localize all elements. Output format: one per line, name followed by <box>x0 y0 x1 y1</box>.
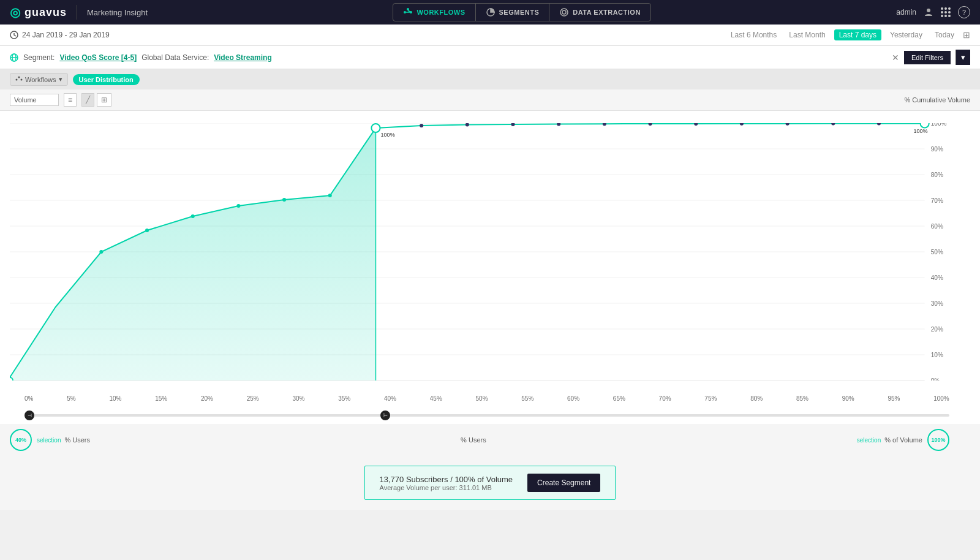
x-label-50: 50% <box>476 395 488 402</box>
edit-filters-button[interactable]: Edit Filters <box>904 51 951 64</box>
chart-filled-area <box>10 128 375 380</box>
svg-point-1 <box>407 8 409 10</box>
table-view-icon[interactable]: ⊞ <box>963 30 970 40</box>
grid-dots-icon[interactable] <box>941 7 951 17</box>
chart-svg: 100% 90% 80% 70% 60% 50% 40% 30% 20% 10%… <box>10 123 949 380</box>
data-point-10 <box>557 123 560 126</box>
data-point-8 <box>466 123 469 127</box>
selected-100-label: 100% <box>381 132 395 138</box>
clock-icon <box>10 31 18 39</box>
y-label-0: 0% <box>931 377 940 380</box>
app-title: Marketing Insight <box>87 8 148 17</box>
data-extraction-label: DATA EXTRACTION <box>573 9 641 16</box>
data-point-16 <box>831 123 835 126</box>
svg-point-0 <box>404 11 406 13</box>
help-label: ? <box>962 9 966 16</box>
workflows-breadcrumb-icon <box>15 76 23 83</box>
date-info: 24 Jan 2019 - 29 Jan 2019 <box>10 31 110 39</box>
end-100-label: 100% <box>913 128 927 134</box>
global-value: Video Streaming <box>214 53 271 62</box>
left-selection-info: selection % Users <box>37 436 90 444</box>
svg-point-6 <box>560 9 568 16</box>
user-distribution-label: User Distribution <box>79 76 134 83</box>
data-point-15 <box>786 123 790 126</box>
volume-select[interactable]: Volume <box>10 94 59 106</box>
breadcrumb-bar: Workflows ▾ User Distribution <box>0 69 980 89</box>
data-point-17 <box>877 123 881 126</box>
filter-icon-button[interactable]: ≡ <box>64 93 77 107</box>
data-point-selected[interactable] <box>371 124 380 132</box>
x-label-60: 60% <box>567 395 579 402</box>
create-segment-button[interactable]: Create Segment <box>527 474 600 492</box>
workflows-breadcrumb[interactable]: Workflows ▾ <box>10 73 68 86</box>
nav-tabs: WORKFLOWS SEGMENTS DATA EXTRACTION <box>393 3 650 21</box>
nav-tab-workflows[interactable]: WORKFLOWS <box>393 4 475 21</box>
logo-text: guavus <box>24 6 67 19</box>
data-extraction-icon <box>559 7 569 17</box>
svg-point-13 <box>16 78 18 80</box>
admin-icon <box>924 7 933 17</box>
filter-last-month[interactable]: Last Month <box>785 29 829 40</box>
nav-right: admin ? <box>896 6 970 18</box>
data-point-5 <box>282 198 286 202</box>
data-point-6 <box>328 194 332 197</box>
cumulative-volume-label: % Cumulative Volume <box>904 96 970 104</box>
date-bar: 24 Jan 2019 - 29 Jan 2019 Last 6 Months … <box>0 25 980 46</box>
y-label-60: 60% <box>931 223 943 230</box>
summary-box: 13,770 Subscribers / 100% of Volume Aver… <box>364 466 616 500</box>
left-selection-circle: 40% <box>10 429 32 451</box>
summary-subscribers: 13,770 Subscribers / 100% of Volume <box>380 475 513 484</box>
edit-filters-dropdown[interactable]: ▾ <box>956 50 970 65</box>
segment-close-button[interactable]: ✕ <box>892 53 899 62</box>
x-label-70: 70% <box>659 395 671 402</box>
y-label-20: 20% <box>931 326 943 333</box>
workflows-label: WORKFLOWS <box>417 9 465 16</box>
right-pct: 100% <box>931 437 945 443</box>
data-point-13 <box>694 123 698 126</box>
top-navigation: ◎ guavus Marketing Insight WORKFLOWS SEG… <box>0 0 980 25</box>
nav-tab-segments[interactable]: SEGMENTS <box>476 4 550 21</box>
x-label-30: 30% <box>292 395 304 402</box>
controls-bar: Volume ≡ ╱ ⊞ % Cumulative Volume <box>0 89 980 111</box>
x-axis-title: % Users <box>461 436 486 444</box>
y-label-90: 90% <box>931 146 943 153</box>
workflows-breadcrumb-label: Workflows <box>25 76 56 83</box>
slider-handle-right[interactable]: ⊢ <box>380 411 390 420</box>
y-label-70: 70% <box>931 197 943 204</box>
slider-handle-left[interactable]: ⊣ <box>24 411 34 420</box>
user-distribution-tab[interactable]: User Distribution <box>73 74 140 85</box>
grid-view-button[interactable]: ⊞ <box>97 93 111 107</box>
line-view-button[interactable]: ╱ <box>81 93 94 107</box>
segments-label: SEGMENTS <box>499 9 540 16</box>
global-label: Global Data Service: <box>141 53 209 62</box>
x-label-45: 45% <box>430 395 442 402</box>
x-label-10: 10% <box>109 395 121 402</box>
data-point-7 <box>420 124 423 127</box>
x-label-35: 35% <box>338 395 350 402</box>
x-label-0: 0% <box>24 395 33 402</box>
right-selection-info: selection % of Volume <box>857 436 922 444</box>
data-point-14 <box>740 123 744 126</box>
slider-handle-right-icon: ⊢ <box>383 413 388 418</box>
right-selection-circle: 100% <box>927 429 949 451</box>
filter-last-7-days[interactable]: Last 7 days <box>834 29 881 40</box>
right-selection-label: selection <box>857 437 881 444</box>
x-label-65: 65% <box>613 395 625 402</box>
segments-icon <box>486 7 496 17</box>
nav-tab-data-extraction[interactable]: DATA EXTRACTION <box>549 4 650 21</box>
filter-yesterday[interactable]: Yesterday <box>886 29 926 40</box>
left-sublabel: % Users <box>64 436 90 444</box>
help-icon[interactable]: ? <box>958 6 970 18</box>
chart-container: 100% 90% 80% 70% 60% 50% 40% 30% 20% 10%… <box>0 111 980 393</box>
svg-point-7 <box>562 10 566 14</box>
y-label-100: 100% <box>931 123 947 127</box>
x-label-55: 55% <box>521 395 533 402</box>
svg-point-15 <box>21 78 23 80</box>
summary-bar: 13,770 Subscribers / 100% of Volume Aver… <box>0 456 980 510</box>
filter-last-6-months[interactable]: Last 6 Months <box>727 29 780 40</box>
date-range: 24 Jan 2019 - 29 Jan 2019 <box>22 31 110 39</box>
workflows-icon <box>403 7 413 17</box>
data-point-end <box>921 123 929 128</box>
x-label-80: 80% <box>750 395 763 402</box>
filter-today[interactable]: Today <box>931 29 958 40</box>
